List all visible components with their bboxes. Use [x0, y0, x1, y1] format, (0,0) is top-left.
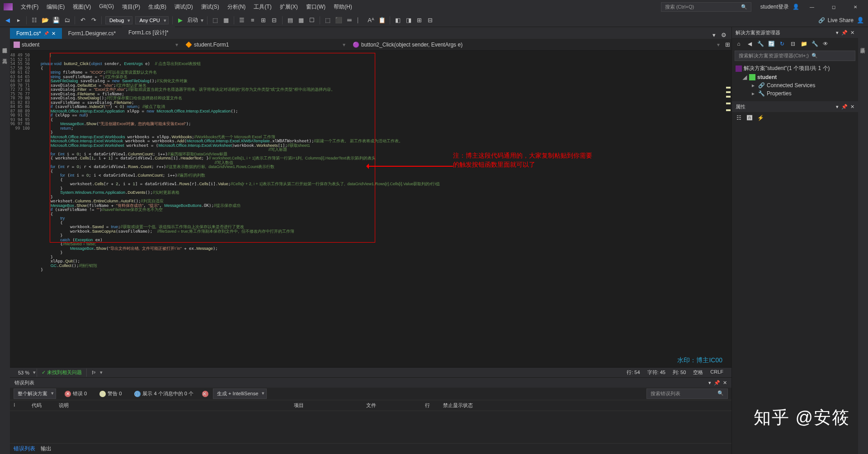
show-all-icon[interactable]: 📁	[800, 40, 808, 48]
zoom-level[interactable]: 53 %	[14, 370, 33, 375]
tb-btn-4[interactable]: ≡	[249, 16, 257, 24]
col-proj[interactable]: 项目	[290, 400, 363, 411]
tree-project[interactable]: ◢ student	[732, 73, 858, 81]
open-button[interactable]: 📂	[41, 16, 49, 24]
close-button[interactable]: ✕	[846, 0, 864, 14]
pin-icon[interactable]: 📌	[44, 31, 49, 36]
events-icon[interactable]: ⚡	[756, 114, 764, 122]
errors-filter[interactable]: ✕错误 0	[61, 388, 91, 399]
tab-form1-design[interactable]: Form1.cs [设计]*	[122, 27, 175, 39]
diagnostics-tab[interactable]: 诊断工具	[858, 41, 868, 48]
bc-project[interactable]: student	[10, 42, 182, 48]
tb-btn-8[interactable]: ▦	[297, 16, 305, 24]
toolbox-tab[interactable]: 工具箱	[0, 51, 10, 59]
tree-connected-services[interactable]: ▸ 🔗 Connected Services	[732, 81, 858, 89]
tree-properties[interactable]: ▸ 🔧 Properties	[732, 89, 858, 98]
redo-button[interactable]: ↷	[90, 16, 98, 24]
platform-combo[interactable]: Any CPU	[135, 16, 168, 24]
liveshare-button[interactable]: Live Share	[828, 17, 854, 23]
issues-status[interactable]: ✓ 未找到相关问题	[38, 369, 85, 376]
line-ending[interactable]: CRLF	[707, 369, 727, 376]
user-icon[interactable]: 👤	[793, 4, 799, 10]
close-icon[interactable]: ✕	[52, 31, 56, 37]
login-link[interactable]: 登录	[778, 3, 789, 11]
menu-git[interactable]: Git(G)	[95, 1, 118, 13]
code-content[interactable]: } private void button2_Click(object send…	[41, 53, 722, 272]
menu-build[interactable]: 生成(B)	[145, 1, 170, 13]
admin-icon[interactable]: 👤	[856, 16, 864, 24]
tb-btn-6[interactable]: ⊟	[270, 16, 278, 24]
minimize-button[interactable]: —	[803, 0, 821, 14]
gear-icon[interactable]: ⚙	[720, 31, 728, 39]
preview-icon[interactable]: 👁	[821, 40, 830, 48]
menu-window[interactable]: 窗口(W)	[302, 1, 329, 13]
dropdown-icon[interactable]: ▾ 📌 ✕	[708, 380, 727, 386]
tb-btn-1[interactable]: ⬚	[211, 16, 219, 24]
errorlist-search[interactable]: 搜索错误列表🔍	[646, 388, 728, 399]
col-pos[interactable]: 列: 50	[669, 369, 689, 376]
tb-btn-13[interactable]: ⎸	[356, 16, 364, 24]
collapse-icon[interactable]: ⊟	[789, 40, 797, 48]
tb-btn-15[interactable]: 📋	[378, 16, 386, 24]
split-icon[interactable]: ⊞	[723, 41, 731, 49]
tb-btn-17[interactable]: ◨	[405, 16, 413, 24]
chevron-right-icon[interactable]: ▸	[752, 90, 756, 97]
tb-btn-19[interactable]: ⊟	[426, 16, 434, 24]
back-button[interactable]: ◀	[4, 16, 12, 24]
chevron-down-icon[interactable]: ◢	[743, 74, 747, 80]
solution-search[interactable]: 搜索解决方案资源管理器(Ctrl+;) 🔍	[735, 51, 855, 61]
col-file[interactable]: 文件	[363, 400, 421, 411]
tb-btn-14[interactable]: Aᴬ	[367, 16, 375, 24]
undo-button[interactable]: ↶	[79, 16, 87, 24]
warnings-filter[interactable]: ⚠警告 0	[95, 388, 126, 399]
col-line[interactable]: 行	[421, 400, 439, 411]
char-pos[interactable]: 字符: 45	[644, 369, 669, 376]
overview-ruler[interactable]	[725, 51, 731, 367]
config-combo[interactable]: Debug	[105, 16, 132, 24]
tb-btn-2[interactable]: ▦	[222, 16, 230, 24]
menu-extensions[interactable]: 扩展(X)	[276, 1, 302, 13]
save-all-button[interactable]: 🗂	[63, 16, 71, 24]
scope-combo[interactable]: 整个解决方案	[14, 388, 56, 399]
tab-form1-cs[interactable]: Form1.cs* 📌 ✕	[10, 28, 62, 39]
menu-debug[interactable]: 调试(D)	[171, 1, 197, 13]
properties-icon[interactable]: 🔧	[811, 40, 819, 48]
menu-view[interactable]: 视图(V)	[69, 1, 94, 13]
info-filter[interactable]: ⓘ展示 4 个消息中的 0 个	[130, 388, 197, 399]
tb-btn-11[interactable]: ⬛	[335, 16, 343, 24]
tab-form1-designer[interactable]: Form1.Designer.cs*	[62, 28, 122, 39]
errorlist-tab[interactable]: 错误列表	[14, 445, 35, 453]
forward-button[interactable]: ▸	[14, 16, 23, 24]
code-editor[interactable]: 48 49 50 51 52 53 54 55 56 57 58 59 60 6…	[10, 51, 731, 367]
line-pos[interactable]: 行: 54	[623, 369, 643, 376]
tb-btn-7[interactable]: ▤	[286, 16, 294, 24]
tb-btn-18[interactable]: ⊞	[415, 16, 424, 24]
nav-back-icon[interactable]: ◀	[745, 40, 754, 48]
menu-analyze[interactable]: 分析(N)	[224, 1, 250, 13]
menu-file[interactable]: 文件(F)	[17, 1, 42, 13]
chevron-right-icon[interactable]: ▸	[752, 82, 756, 89]
server-explorer-tab[interactable]: 服务器资源管理器	[0, 41, 10, 48]
quick-search[interactable]: 搜索 (Ctrl+Q)🔍	[661, 2, 751, 12]
tb-btn-3[interactable]: ☰	[238, 16, 246, 24]
start-label[interactable]: 启动	[187, 16, 198, 24]
col-supp[interactable]: 禁止显示状态	[439, 400, 731, 411]
bc-class[interactable]: 🔶 student.Form1	[182, 42, 349, 48]
tab-dropdown-icon[interactable]: ▾	[710, 31, 718, 39]
categorize-icon[interactable]: ☷	[735, 114, 743, 122]
refresh-icon[interactable]: ↻	[778, 40, 786, 48]
liveshare-icon[interactable]: 🔗	[818, 17, 825, 23]
save-button[interactable]: 💾	[52, 16, 60, 24]
menu-project[interactable]: 项目(P)	[118, 1, 144, 13]
bc-method[interactable]: 🟣 button2_Click(object sender, EventArgs…	[349, 42, 723, 48]
indent-mode[interactable]: 空格	[689, 369, 707, 376]
home-icon[interactable]: ⌂	[735, 40, 743, 48]
menu-help[interactable]: 帮助(H)	[330, 1, 356, 13]
tb-btn-16[interactable]: ◧	[394, 16, 402, 24]
start-button[interactable]: ▶	[176, 16, 184, 24]
build-combo[interactable]: 生成 + IntelliSense	[213, 388, 267, 399]
tool-icon[interactable]: 🔧	[756, 40, 764, 48]
tb-btn-9[interactable]: ☐	[308, 16, 316, 24]
tb-btn-12[interactable]: ⩸	[345, 16, 354, 24]
filter-icon[interactable]: ✕	[202, 391, 208, 397]
